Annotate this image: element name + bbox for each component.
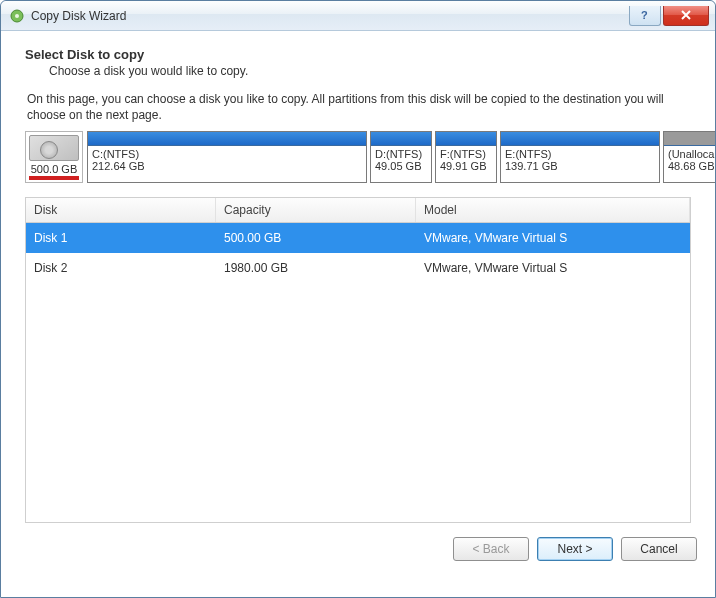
window-title: Copy Disk Wizard <box>31 9 627 23</box>
instruction-text: On this page, you can choose a disk you … <box>27 92 697 123</box>
partition-block[interactable]: (Unalloca48.68 GB <box>663 131 716 183</box>
content-area: Select Disk to copy Choose a disk you wo… <box>1 31 715 523</box>
next-button[interactable]: Next > <box>537 537 613 561</box>
partition-block[interactable]: D:(NTFS)49.05 GB <box>370 131 432 183</box>
partition-header-bar <box>436 132 496 146</box>
cell-capacity: 500.00 GB <box>216 229 416 247</box>
partition-label: F:(NTFS) <box>436 146 496 160</box>
app-icon <box>9 8 25 24</box>
partition-label: C:(NTFS) <box>88 146 366 160</box>
partition-label: D:(NTFS) <box>371 146 431 160</box>
table-row[interactable]: Disk 21980.00 GBVMware, VMware Virtual S <box>26 253 690 283</box>
help-button[interactable]: ? <box>629 6 661 26</box>
disk-table: Disk Capacity Model Disk 1500.00 GBVMwar… <box>25 197 691 523</box>
partition-block[interactable]: E:(NTFS)139.71 GB <box>500 131 660 183</box>
hard-disk-icon <box>29 135 79 161</box>
cell-capacity: 1980.00 GB <box>216 259 416 277</box>
partition-size: 139.71 GB <box>501 160 659 174</box>
partition-size: 212.64 GB <box>88 160 366 174</box>
cell-disk: Disk 1 <box>26 229 216 247</box>
partition-header-bar <box>371 132 431 146</box>
disk-icon-cell: 500.0 GB <box>25 131 83 183</box>
table-row[interactable]: Disk 1500.00 GBVMware, VMware Virtual S <box>26 223 690 253</box>
page-heading: Select Disk to copy <box>25 47 697 62</box>
back-button[interactable]: < Back <box>453 537 529 561</box>
col-disk[interactable]: Disk <box>26 198 216 222</box>
cell-disk: Disk 2 <box>26 259 216 277</box>
partition-block[interactable]: F:(NTFS)49.91 GB <box>435 131 497 183</box>
disk-usage-bar <box>29 176 79 180</box>
partition-header-bar <box>501 132 659 146</box>
partition-header-bar <box>664 132 716 146</box>
partition-map: 500.0 GB C:(NTFS)212.64 GBD:(NTFS)49.05 … <box>25 131 691 183</box>
svg-text:?: ? <box>641 9 648 21</box>
partition-size: 49.91 GB <box>436 160 496 174</box>
titlebar: Copy Disk Wizard ? <box>1 1 715 31</box>
partition-label: E:(NTFS) <box>501 146 659 160</box>
partition-header-bar <box>88 132 366 146</box>
partition-label: (Unalloca <box>664 146 716 160</box>
footer: < Back Next > Cancel <box>1 523 715 561</box>
table-header: Disk Capacity Model <box>26 198 690 223</box>
col-capacity[interactable]: Capacity <box>216 198 416 222</box>
partition-size: 48.68 GB <box>664 160 716 174</box>
close-button[interactable] <box>663 6 709 26</box>
partition-block[interactable]: C:(NTFS)212.64 GB <box>87 131 367 183</box>
cell-model: VMware, VMware Virtual S <box>416 259 690 277</box>
partition-size: 49.05 GB <box>371 160 431 174</box>
col-model[interactable]: Model <box>416 198 690 222</box>
page-subtext: Choose a disk you would like to copy. <box>49 64 697 78</box>
svg-point-1 <box>15 14 19 18</box>
disk-total-size: 500.0 GB <box>31 163 77 175</box>
cancel-button[interactable]: Cancel <box>621 537 697 561</box>
cell-model: VMware, VMware Virtual S <box>416 229 690 247</box>
